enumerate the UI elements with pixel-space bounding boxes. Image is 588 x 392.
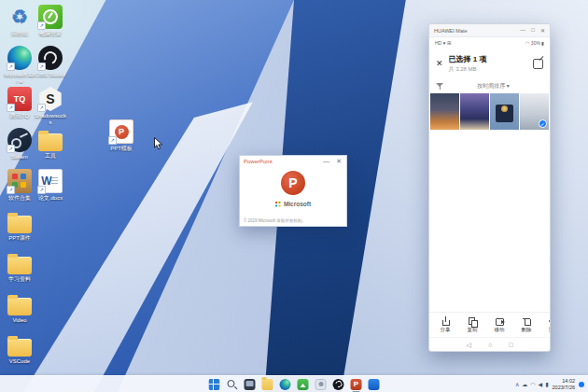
desktop-icon-label: Steam	[3, 154, 36, 161]
desktop-icon-label: 电脑管家	[34, 31, 67, 37]
minimize-button[interactable]: —	[520, 27, 525, 34]
desktop-icon[interactable]: ♻ ↗ 回收站	[3, 2, 36, 43]
phone-nav-bar: ◁ ○ □	[429, 337, 550, 351]
night-city-photo[interactable]: ✓	[430, 93, 459, 130]
light-tower-photo[interactable]: ✓	[520, 93, 549, 130]
phone-status-bar: HD ♥ ⊞ ◠ 30% ▮	[429, 37, 550, 48]
shortcut-arrow-badge: ↗	[7, 63, 15, 71]
splash-copyright: © 2019 Microsoft 保留所有权利。	[244, 218, 306, 223]
cloud-icon[interactable]: ☁	[522, 382, 527, 387]
close-button[interactable]: ✕	[540, 27, 545, 34]
move-action[interactable]: 移动	[491, 316, 508, 333]
start-button[interactable]	[208, 378, 221, 391]
desktop-icon[interactable]: ↗ Steam	[3, 125, 36, 166]
desktop-icon[interactable]: ↗ Video	[3, 289, 36, 330]
desktop-icon[interactable]: ↗ 软件合集	[3, 166, 36, 207]
selected-check-icon: ✓	[539, 119, 547, 128]
desktop-icon-column-a: ♻ ↗ 回收站 ↗ Microsoft Edge	[3, 2, 36, 371]
desktop-icon[interactable]: ↗ 学习资料	[3, 248, 36, 289]
settings-app[interactable]	[315, 378, 328, 391]
sort-caret-icon: ▾	[507, 83, 510, 89]
volume-icon[interactable]: ◀	[539, 382, 543, 387]
status-left-icons: HD ♥ ⊞	[435, 40, 451, 46]
shortcut-arrow-badge: ↗	[37, 21, 46, 30]
desktop-icon[interactable]: ↗ PPT课件	[3, 207, 36, 248]
desktop-icon[interactable]: ↗ 电脑管家	[34, 2, 67, 43]
sort-label: 按时间排序	[477, 83, 505, 89]
battery-icon[interactable]: ▮	[545, 382, 548, 387]
desktop-icon-label: PPT模板	[105, 146, 138, 152]
maximize-button[interactable]: □	[531, 27, 535, 34]
desktop-icon-label: 学习资料	[3, 276, 36, 283]
desktop-icon-art	[7, 339, 32, 357]
copy-action[interactable]: 复制	[464, 316, 481, 333]
desktop-icon-label: OBS Studio	[34, 72, 67, 78]
selection-count: 已选择 1 项	[449, 54, 527, 64]
blue-object-photo[interactable]: ✓	[490, 93, 519, 130]
nav-recents-button[interactable]: □	[509, 342, 512, 348]
close-button[interactable]: ✕	[336, 158, 342, 165]
share-action[interactable]: 分享	[437, 316, 454, 333]
selection-header: ✕ 已选择 1 项 共 3.28 MB	[429, 48, 550, 79]
powerpoint-file-shortcut[interactable]: P ↗ PPT模板	[105, 119, 138, 152]
desktop-icon[interactable]: ↗ Microsoft Edge	[3, 43, 36, 84]
powerpoint-logo-icon: P	[281, 171, 305, 195]
photos-app[interactable]	[297, 378, 310, 391]
messenger-app[interactable]	[368, 378, 381, 391]
photo-thumbnail-row: ✓ ✓ ✓ ✓	[429, 93, 550, 130]
file-list-empty-area	[429, 130, 550, 312]
desktop-icon-art	[38, 133, 63, 151]
network-icon[interactable]: ◠	[530, 382, 535, 387]
filter-funnel-icon[interactable]	[436, 83, 443, 91]
chevron-up-icon[interactable]: ∧	[515, 382, 519, 387]
phone-window-title: HUAWEI Mate	[434, 28, 520, 34]
edit-icon[interactable]	[533, 59, 543, 69]
desktop-icon-label: VSCode	[3, 358, 36, 365]
desktop-icon[interactable]: ↗ VSCode	[3, 330, 36, 371]
nav-back-button[interactable]: ◁	[467, 342, 471, 348]
device-app[interactable]	[244, 378, 257, 391]
taskbar-clock[interactable]: 14:02 2023/7/26	[553, 378, 575, 390]
taskbar-icons: P	[208, 376, 381, 392]
action-bar: 分享 复制 移动 删除 更多	[429, 312, 550, 337]
selection-size: 共 3.28 MB	[449, 65, 527, 74]
desktop-icon-art	[7, 257, 32, 274]
shortcut-arrow-badge: ↗	[7, 186, 15, 194]
powerpoint-app[interactable]: P	[350, 378, 363, 391]
desktop-icon-label: PPT课件	[3, 235, 36, 242]
phone-mirror-window: HUAWEI Mate — □ ✕ HD ♥ ⊞ ◠ 30% ▮ ✕ 已选择 1…	[428, 23, 551, 352]
obs-app[interactable]	[332, 378, 345, 391]
shortcut-arrow-badge: ↗	[37, 186, 46, 194]
microsoft-brand-text: Microsoft	[284, 201, 311, 207]
status-right-battery: ◠ 30% ▮	[525, 40, 544, 46]
file-explorer[interactable]	[261, 378, 274, 391]
search-button[interactable]	[226, 378, 239, 391]
desktop-icon[interactable]: S ↗ Shadowsocks	[34, 84, 67, 125]
desktop-icon-column-b: ↗ 电脑管家 ↗ OBS Studio S	[34, 2, 67, 207]
desktop-icon-label: 腾讯TQ	[3, 113, 36, 119]
desktop-icon-label: 工具	[34, 153, 67, 160]
clock-date: 2023/7/26	[553, 385, 575, 391]
desktop-icon-label: 软件合集	[3, 195, 36, 202]
close-selection-icon[interactable]: ✕	[436, 59, 443, 68]
sort-row[interactable]: 按时间排序 ▾	[429, 79, 550, 93]
purple-sky-photo[interactable]: ✓	[460, 93, 489, 130]
desktop-icon-label: Video	[3, 317, 36, 324]
desktop-icon[interactable]: ↗ 工具	[34, 125, 67, 166]
shortcut-arrow-badge: ↗	[37, 63, 46, 71]
desktop-icon-label: 回收站	[3, 31, 36, 37]
shortcut-arrow-badge: ↗	[108, 136, 117, 145]
more-action[interactable]: 更多	[545, 316, 550, 333]
delete-action[interactable]: 删除	[518, 316, 535, 333]
shortcut-arrow-badge: ↗	[7, 145, 15, 153]
nav-home-button[interactable]: ○	[488, 342, 492, 348]
desktop-icon[interactable]: ↗ OBS Studio	[34, 43, 67, 84]
desktop-icon-label: Shadowsocks	[34, 113, 67, 125]
desktop-icon[interactable]: TQ ↗ 腾讯TQ	[3, 84, 36, 125]
desktop-icon[interactable]: W ↗ 论文.docx	[34, 166, 67, 207]
notification-center-button[interactable]	[579, 382, 584, 387]
edge-browser[interactable]	[279, 378, 292, 391]
minimize-button[interactable]: —	[323, 158, 329, 165]
taskbar: P ∧ ☁ ◠ ◀	[0, 375, 588, 392]
desktop-icon-art: ♻	[7, 5, 32, 29]
